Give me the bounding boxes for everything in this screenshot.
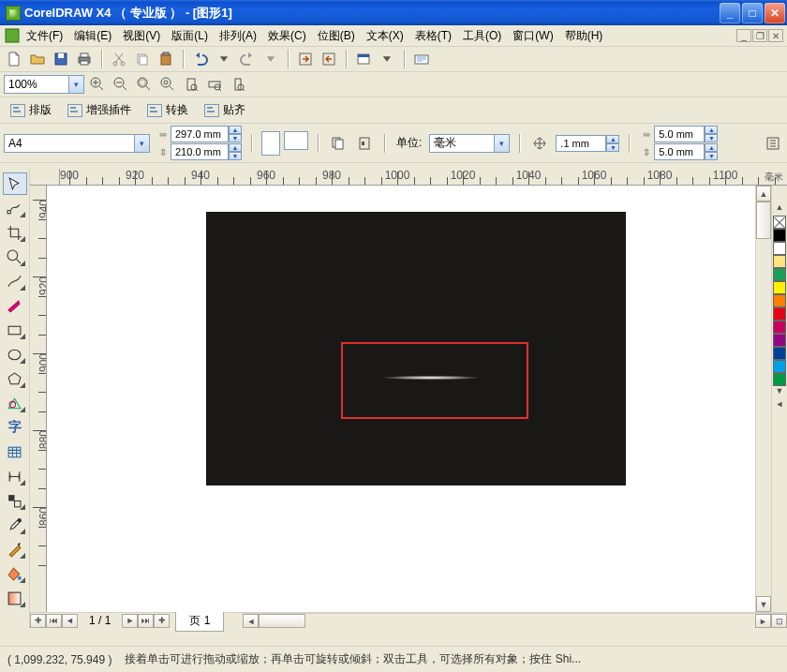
- plugin-enhance[interactable]: 增强插件: [61, 99, 138, 121]
- dup-y-input[interactable]: [654, 143, 705, 160]
- zoom-all-button[interactable]: [157, 74, 178, 95]
- palette-swatch[interactable]: [773, 334, 786, 347]
- open-button[interactable]: [27, 49, 48, 69]
- palette-swatch[interactable]: [773, 255, 786, 268]
- scroll-up-button[interactable]: ▲: [756, 186, 771, 202]
- zoom-height-button[interactable]: [228, 74, 248, 95]
- close-button[interactable]: ✕: [765, 3, 785, 23]
- plugin-typeset[interactable]: 排版: [4, 99, 58, 121]
- palette-flyout[interactable]: ◄: [776, 399, 784, 412]
- minimize-button[interactable]: _: [720, 3, 740, 23]
- palette-swatch[interactable]: [773, 281, 786, 294]
- cut-button[interactable]: [109, 49, 129, 69]
- paper-combo[interactable]: [4, 134, 150, 153]
- palette-swatch[interactable]: [773, 268, 786, 281]
- palette-swatch[interactable]: [773, 294, 786, 307]
- scroll-thumb-v[interactable]: [756, 202, 771, 239]
- rectangle-tool[interactable]: [3, 319, 27, 341]
- menu-tools[interactable]: 工具(O): [457, 26, 507, 46]
- undo-button[interactable]: [190, 49, 211, 69]
- welcome-button[interactable]: [411, 49, 432, 69]
- menu-effects[interactable]: 效果(C): [262, 26, 312, 46]
- menu-view[interactable]: 视图(V): [117, 26, 166, 46]
- dimension-tool[interactable]: [3, 465, 27, 487]
- freehand-tool[interactable]: [3, 270, 27, 292]
- interactive-fill-tool[interactable]: [3, 587, 27, 609]
- scrollbar-horizontal[interactable]: ◄ ► ⊡: [243, 613, 787, 629]
- portrait-button[interactable]: [261, 131, 280, 156]
- zoom-input[interactable]: [4, 75, 69, 94]
- eyedropper-tool[interactable]: [3, 514, 27, 536]
- unit-input[interactable]: [429, 134, 495, 153]
- menu-help[interactable]: 帮助(H): [559, 26, 609, 46]
- page-next-button[interactable]: ►: [122, 614, 138, 628]
- undo-dropdown[interactable]: [214, 49, 234, 69]
- save-button[interactable]: [51, 49, 71, 69]
- palette-swatch[interactable]: [773, 321, 786, 334]
- fill-tool[interactable]: [3, 562, 27, 585]
- menu-file[interactable]: 文件(F): [21, 26, 68, 46]
- dup-y-spin[interactable]: ⇳▲▼: [639, 143, 718, 160]
- palette-swatch[interactable]: [773, 307, 786, 321]
- doc-minimize-button[interactable]: _: [736, 29, 751, 42]
- menu-table[interactable]: 表格(T): [409, 26, 457, 46]
- options-button[interactable]: [763, 133, 783, 154]
- palette-swatch[interactable]: [773, 373, 786, 386]
- dup-x-input[interactable]: [654, 126, 705, 142]
- landscape-button[interactable]: [284, 131, 308, 150]
- outline-tool[interactable]: [3, 538, 27, 560]
- shape-tool[interactable]: [3, 197, 27, 219]
- zoom-in-button[interactable]: [87, 74, 108, 95]
- scrollbar-vertical[interactable]: ▲ ▼: [755, 186, 771, 612]
- interactive-tool[interactable]: [3, 489, 27, 512]
- plugin-snap[interactable]: 贴齐: [198, 99, 252, 121]
- app-launcher-dropdown[interactable]: [377, 49, 397, 69]
- zoom-selection-button[interactable]: [134, 74, 155, 95]
- nudge-input[interactable]: [556, 135, 606, 152]
- unit-combo[interactable]: [429, 134, 510, 153]
- redo-dropdown[interactable]: [260, 49, 281, 69]
- zoom-out-button[interactable]: [111, 74, 131, 95]
- smart-draw-tool[interactable]: [3, 294, 27, 317]
- copy-button[interactable]: [132, 49, 153, 69]
- page-prev-button[interactable]: ◄: [62, 614, 78, 628]
- table-tool[interactable]: [3, 441, 27, 463]
- page-add-button[interactable]: ✚: [30, 614, 46, 628]
- basicshape-tool[interactable]: [3, 392, 27, 414]
- pick-tool[interactable]: [3, 172, 27, 195]
- page-height-spin[interactable]: ⇳▲▼: [156, 143, 242, 160]
- palette-up[interactable]: ▲: [776, 202, 784, 216]
- app-launcher-button[interactable]: [353, 49, 374, 69]
- palette-swatch[interactable]: [773, 229, 786, 242]
- scroll-thumb-h[interactable]: [259, 614, 305, 628]
- menu-bitmap[interactable]: 位图(B): [312, 26, 361, 46]
- polygon-tool[interactable]: [3, 367, 27, 390]
- page-add2-button[interactable]: ✚: [154, 614, 170, 628]
- scroll-down-button[interactable]: ▼: [756, 596, 771, 612]
- page-width-input[interactable]: [171, 126, 229, 142]
- doc-restore-button[interactable]: ❐: [752, 29, 767, 42]
- ruler-horizontal[interactable]: 毫米 9009209409609801000102010401060108011…: [60, 169, 787, 186]
- canvas[interactable]: [47, 186, 755, 612]
- ruler-origin[interactable]: [30, 169, 60, 186]
- navigator-button[interactable]: ⊡: [771, 614, 787, 628]
- palette-swatch[interactable]: [773, 360, 786, 373]
- page-height-input[interactable]: [171, 143, 229, 160]
- import-button[interactable]: [295, 49, 316, 69]
- maximize-button[interactable]: □: [742, 3, 763, 23]
- currentpage-button[interactable]: [354, 133, 375, 154]
- page-last-button[interactable]: ⏭: [138, 614, 154, 628]
- doc-close-button[interactable]: ✕: [768, 29, 783, 42]
- page-tab[interactable]: 页 1: [175, 610, 224, 632]
- menu-text[interactable]: 文本(X): [361, 26, 409, 46]
- ellipse-tool[interactable]: [3, 343, 27, 366]
- zoom-page-button[interactable]: [181, 74, 201, 95]
- zoom-combo[interactable]: [4, 75, 84, 94]
- palette-swatch[interactable]: [773, 242, 786, 255]
- zoom-dropdown[interactable]: [69, 75, 84, 94]
- nudge-spin[interactable]: ▲▼: [556, 135, 619, 152]
- print-button[interactable]: [74, 49, 95, 69]
- paper-dropdown[interactable]: [135, 134, 150, 153]
- text-tool[interactable]: 字: [3, 416, 27, 439]
- scroll-right-button[interactable]: ►: [755, 614, 771, 628]
